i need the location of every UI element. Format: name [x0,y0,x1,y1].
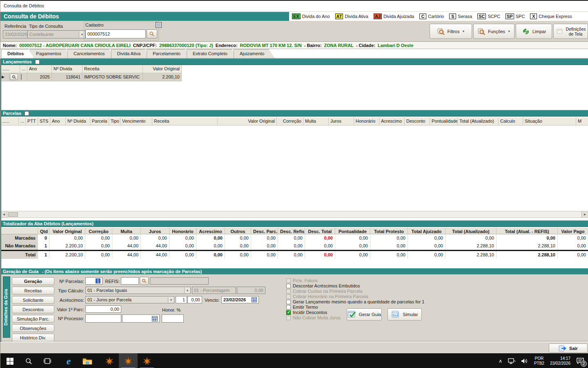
file-explorer-button[interactable] [78,353,97,368]
column-header-calculo: Calculo [499,117,523,126]
acrescimos-qtd-input[interactable]: 1 [176,296,187,303]
guia-side-button-historico-div[interactable]: Histórico Div. [12,334,54,341]
guia-checkbox-incidir-descontos[interactable]: Incidir Descontos [286,310,327,315]
guia-checkbox-emitir-termo[interactable]: Emitir Termo [286,305,318,310]
tab-debitos[interactable]: Débitos [1,49,34,58]
tipo-calculo-label: Tipo Cálculo: [50,288,84,293]
cell-divida: 118641 [52,73,82,81]
num-processo-input[interactable] [85,314,121,323]
tab-parcelamento[interactable]: Parcelamento [147,49,191,58]
tipo-calculo-select[interactable]: 01 - Parcelas Iguais ▼ [85,287,191,294]
sair-button[interactable]: Sair [549,343,588,353]
clock[interactable]: 14:17 23/02/2026 [550,356,570,366]
tipo-consulta-select[interactable]: Contribuinte ▼ [27,30,85,38]
legend-label: Divida Ativa [345,14,368,19]
calendar-icon[interactable] [252,297,257,302]
task-view-button[interactable] [38,353,57,368]
acrescimos-valor-input[interactable]: 0,00 [187,296,202,303]
cell: 0,00 [558,251,588,259]
calendar-icon[interactable] [152,316,158,321]
simular-button[interactable]: Simular [388,308,422,321]
horizontal-scrollbar[interactable]: ◄ ► [0,211,588,218]
guia-side-button-receitas[interactable]: Receitas [12,287,54,294]
definicoes-tela-button[interactable]: Definições de Tela [553,24,588,39]
column-header-desc-parc: Desc. Parc. [251,228,278,234]
info-value: 000007512 - AGROPERUARI CANA CRIOULA EIR… [19,43,131,48]
parcelas-select-all-checkbox[interactable] [24,111,29,116]
column-header-desc-total: Desc. Total [305,228,335,234]
cell: 0,00 [196,242,225,250]
page-title: Consulta de Débitos [0,12,289,21]
app-icon-2-active[interactable] [119,353,138,368]
checkbox-icon[interactable] [286,278,291,283]
parcelas-title: Parcelas [3,111,21,116]
app-icon-3[interactable] [138,353,156,368]
checkbox-icon[interactable] [286,289,291,294]
taskbar-search-button[interactable] [19,353,38,368]
totalizador-row-total: Total12.200,100,0044,0044,000,000,000,00… [0,251,588,259]
guia-side-button-simulacao-parc[interactable]: Simulação Parc. [12,315,54,323]
legend-label: SPC [516,14,525,19]
tray-chevron-icon[interactable]: ∧ [499,359,502,364]
checkbox-icon[interactable] [286,310,291,315]
guia-checkbox-cobrar-custas-na-primeira-parcela[interactable]: Cobrar Custas na Primeira Parcela [286,289,363,294]
checkbox-icon[interactable] [286,284,291,288]
limpar-button[interactable]: Limpar [516,24,552,39]
scroll-left-icon[interactable]: ◄ [1,211,7,218]
guia-checkbox-nao-cobrar-multa-juros[interactable]: Não Cobrar Multa Juros [286,315,341,320]
checkbox-icon[interactable] [286,300,291,304]
internet-explorer-button[interactable]: e [59,353,78,368]
legend-label: Cartório [428,14,444,19]
checkbox-icon[interactable] [286,316,291,320]
column-header-sts: STS [38,117,50,126]
refis-search-button[interactable] [140,277,149,285]
app-icon-1[interactable] [100,353,119,368]
refis-input[interactable] [121,277,139,285]
guia-checkbox-gerar-lancamento-mesmo-quando-a-quantidade-de-parcelas-for-1[interactable]: Gerar Lançamento mesmo quando a quantida… [286,299,424,304]
speaker-icon[interactable] [521,358,528,364]
scrollbar-thumb[interactable] [8,212,18,217]
windows-logo-icon [7,358,13,365]
guia-side-button-geracao[interactable]: Geração [12,277,54,285]
tab-ajuizamento[interactable]: Ajuizamento [234,49,275,58]
grid-list-icon[interactable] [156,22,162,28]
valor-primeira-parcela-input[interactable]: 0,00 [85,305,121,313]
guia-checkbox-prox-fatura[interactable]: Próx. Fatura [286,278,318,283]
processo-data-input[interactable] [122,314,160,323]
tab-divida-ativa[interactable]: Divida Ativa [111,49,151,58]
tab-cancelamentos[interactable]: Cancelamentos [67,49,115,58]
row-label: Total [0,251,38,259]
tab-pagamentos[interactable]: Pagamentos [30,49,71,58]
checkbox-label: Gerar Lançamento mesmo quando a quantida… [293,299,424,304]
cell: 0,00 [335,234,370,242]
guia-side-button-descontos[interactable]: Descontos [12,305,54,313]
row-detail-button[interactable] [10,74,18,80]
acrescimos-select[interactable]: 01 - Juros por Parcela ▼ [85,296,174,303]
lancamentos-row[interactable]: ▶ 2025 118641 IMPOSTO SOBRE SERVIC 2.200… [0,73,182,81]
network-icon[interactable] [508,358,515,364]
guia-checkbox-cobrar-honorario-na-primeira-parcela[interactable]: Cobrar Honorário na Primeira Parcela [286,294,368,299]
honor-percent-input[interactable] [162,314,184,323]
row-checkbox[interactable] [21,74,22,80]
parcelas-empty-body [0,126,588,211]
filtros-button[interactable]: Filtros ▼ [430,24,472,39]
language-indicator[interactable]: POR PTB2 [534,356,544,366]
vencto-input[interactable]: 23/02/2026 [221,296,259,303]
checkbox-icon[interactable] [286,305,291,310]
guia-side-button-observacoes[interactable]: Observações [12,324,54,332]
checkbox-icon[interactable] [286,294,291,299]
tab-extrato-completo[interactable]: Extrato Completo [187,49,238,58]
referencia-label: Referência [4,24,26,29]
guia-checkbox-descontar-acrescimos-embutidos[interactable]: Descontar Acréscimos Embutidos [286,283,360,288]
cadastro-search-button[interactable] [147,29,157,38]
gerar-guia-button[interactable]: Gerar Guia [347,308,382,321]
notification-center-button[interactable]: 2 [576,357,584,365]
column-header-pontualidade: Pontualidade [430,117,458,126]
cadastro-input[interactable]: 000007512 [85,29,146,38]
scroll-right-icon[interactable]: ► [581,211,588,218]
lancamentos-select-all-checkbox[interactable] [35,60,40,64]
start-button[interactable] [0,353,19,368]
funcoes-button[interactable]: Funções ▼ [473,24,514,39]
num-parcelas-input[interactable]: 1 [85,277,102,285]
guia-side-button-solicitante[interactable]: Solicitante [12,296,54,304]
